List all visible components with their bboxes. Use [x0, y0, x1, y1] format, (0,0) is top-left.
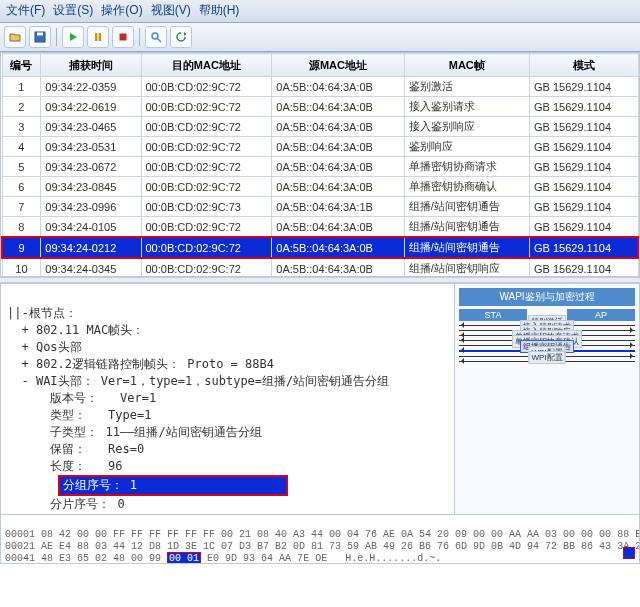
- table-row[interactable]: 909:34:24-021200:0B:CD:02:9C:720A:5B::04…: [2, 237, 638, 258]
- refresh-icon[interactable]: [170, 26, 192, 48]
- tree-wai[interactable]: - WAI头部： Ver=1，type=1，subtype=组播/站间密钥通告分…: [21, 374, 389, 388]
- table-row[interactable]: 209:34:22-061900:0B:CD:02:9C:720A:5B::04…: [2, 97, 638, 117]
- tree-len[interactable]: 长度： 96: [21, 459, 122, 473]
- cell-no: 10: [2, 258, 41, 277]
- tree-frag[interactable]: 分片序号： 0: [21, 497, 124, 511]
- cell-src: 0A:5B::04:64:3A:0B: [272, 237, 404, 258]
- cell-frame: 组播/站间密钥通告: [404, 217, 529, 238]
- cell-time: 09:34:23-0996: [41, 197, 141, 217]
- cell-mode: GB 15629.1104: [529, 197, 638, 217]
- find-icon[interactable]: [145, 26, 167, 48]
- cell-dst: 00:0B:CD:02:9C:72: [141, 137, 272, 157]
- cell-src: 0A:5B::04:64:3A:1B: [272, 197, 404, 217]
- cell-src: 0A:5B::04:64:3A:0B: [272, 217, 404, 238]
- col-frame[interactable]: MAC帧: [404, 54, 529, 77]
- hex-ascii-3: H.e.H.......d.~.: [345, 553, 441, 564]
- cell-dst: 00:0B:CD:02:9C:72: [141, 117, 272, 137]
- wapi-diagram: WAPI鉴别与加密过程 STA AP 鉴别激活接入鉴别请求接入鉴别响应单播密钥协…: [454, 284, 639, 514]
- open-icon[interactable]: [4, 26, 26, 48]
- cell-src: 0A:5B::04:64:3A:0B: [272, 117, 404, 137]
- cell-dst: 00:0B:CD:02:9C:73: [141, 197, 272, 217]
- hex-bytes-3c: E0 9D 93 64 AA 7E OE: [207, 553, 327, 564]
- cell-time: 09:34:23-0672: [41, 157, 141, 177]
- tree-qos[interactable]: + Qos头部: [21, 340, 81, 354]
- col-mode[interactable]: 模式: [529, 54, 638, 77]
- cell-no: 2: [2, 97, 41, 117]
- table-row[interactable]: 309:34:23-046500:0B:CD:02:9C:720A:5B::04…: [2, 117, 638, 137]
- tree-res[interactable]: 保留： Res=0: [21, 442, 144, 456]
- packet-table-container[interactable]: 编号 捕获时间 目的MAC地址 源MAC地址 MAC帧 模式 109:34:22…: [0, 52, 640, 277]
- cell-time: 09:34:22-0619: [41, 97, 141, 117]
- hex-off-3: 00041: [5, 553, 35, 564]
- svg-rect-3: [95, 33, 97, 41]
- table-row[interactable]: 709:34:23-099600:0B:CD:02:9C:730A:5B::04…: [2, 197, 638, 217]
- table-row[interactable]: 109:34:22-035900:0B:CD:02:9C:720A:5B::04…: [2, 77, 638, 97]
- col-src[interactable]: 源MAC地址: [272, 54, 404, 77]
- cell-frame: 单播密钥协商请求: [404, 157, 529, 177]
- menu-help[interactable]: 帮助(H): [199, 2, 240, 20]
- cell-mode: GB 15629.1104: [529, 137, 638, 157]
- cell-dst: 00:0B:CD:02:9C:72: [141, 217, 272, 238]
- menubar: 文件(F) 设置(S) 操作(O) 视图(V) 帮助(H): [0, 0, 640, 23]
- menu-set[interactable]: 设置(S): [53, 2, 93, 20]
- svg-marker-8: [184, 32, 187, 36]
- tree-ver[interactable]: 版本号： Ver=1: [21, 391, 156, 405]
- cell-dst: 00:0B:CD:02:9C:72: [141, 77, 272, 97]
- save-icon[interactable]: [29, 26, 51, 48]
- toolbar-separator: [56, 28, 57, 46]
- hex-off-1: 00001: [5, 529, 35, 540]
- detail-area: ||-根节点： + 802.11 MAC帧头： + Qos头部 + 802.2逻…: [0, 283, 640, 515]
- protocol-tree[interactable]: ||-根节点： + 802.11 MAC帧头： + Qos头部 + 802.2逻…: [1, 284, 454, 514]
- toolbar-separator: [139, 28, 140, 46]
- cell-time: 09:34:24-0212: [41, 237, 141, 258]
- table-row[interactable]: 509:34:23-067200:0B:CD:02:9C:720A:5B::04…: [2, 157, 638, 177]
- col-dst[interactable]: 目的MAC地址: [141, 54, 272, 77]
- cell-time: 09:34:23-0465: [41, 117, 141, 137]
- tree-type[interactable]: 类型： Type=1: [21, 408, 151, 422]
- col-no[interactable]: 编号: [2, 54, 41, 77]
- cell-no: 8: [2, 217, 41, 238]
- toolbar: [0, 23, 640, 52]
- hex-selected-ascii-mark: [623, 547, 635, 559]
- menu-view[interactable]: 视图(V): [151, 2, 191, 20]
- hex-pane[interactable]: 00001 08 42 00 00 FF FF FF FF FF FF 00 2…: [0, 515, 640, 564]
- cell-time: 09:34:23-0845: [41, 177, 141, 197]
- table-row[interactable]: 609:34:23-084500:0B:CD:02:9C:720A:5B::04…: [2, 177, 638, 197]
- svg-rect-5: [120, 34, 127, 41]
- svg-point-6: [152, 33, 158, 39]
- cell-mode: GB 15629.1104: [529, 97, 638, 117]
- cell-dst: 00:0B:CD:02:9C:72: [141, 258, 272, 277]
- cell-src: 0A:5B::04:64:3A:0B: [272, 258, 404, 277]
- stop-icon[interactable]: [112, 26, 134, 48]
- menu-op[interactable]: 操作(O): [101, 2, 142, 20]
- cell-src: 0A:5B::04:64:3A:0B: [272, 77, 404, 97]
- hex-bytes-3a: 48 E3 65 02 48 00 99: [41, 553, 161, 564]
- svg-rect-4: [99, 33, 101, 41]
- tree-llc[interactable]: + 802.2逻辑链路控制帧头： Proto = 88B4: [21, 357, 274, 371]
- table-header-row: 编号 捕获时间 目的MAC地址 源MAC地址 MAC帧 模式: [2, 54, 638, 77]
- cell-no: 3: [2, 117, 41, 137]
- start-icon[interactable]: [62, 26, 84, 48]
- cell-mode: GB 15629.1104: [529, 117, 638, 137]
- cell-mode: GB 15629.1104: [529, 217, 638, 238]
- cell-frame: 组播/站间密钥通告: [404, 197, 529, 217]
- menu-file[interactable]: 文件(F): [6, 2, 45, 20]
- tree-subtype[interactable]: 子类型： 11——组播/站间密钥通告分组: [21, 425, 261, 439]
- cell-src: 0A:5B::04:64:3A:0B: [272, 97, 404, 117]
- tree-seq-selected[interactable]: 分组序号： 1: [58, 475, 288, 496]
- cell-frame: 单播密钥协商确认: [404, 177, 529, 197]
- cell-dst: 00:0B:CD:02:9C:72: [141, 177, 272, 197]
- tree-root[interactable]: ||-根节点：: [7, 306, 77, 320]
- table-row[interactable]: 409:34:23-053100:0B:CD:02:9C:720A:5B::04…: [2, 137, 638, 157]
- svg-marker-2: [70, 33, 77, 41]
- cell-mode: GB 15629.1104: [529, 237, 638, 258]
- cell-dst: 00:0B:CD:02:9C:72: [141, 97, 272, 117]
- table-row[interactable]: 1009:34:24-034500:0B:CD:02:9C:720A:5B::0…: [2, 258, 638, 277]
- pause-icon[interactable]: [87, 26, 109, 48]
- diagram-ap: AP: [567, 309, 635, 321]
- col-time[interactable]: 捕获时间: [41, 54, 141, 77]
- cell-mode: GB 15629.1104: [529, 177, 638, 197]
- table-row[interactable]: 809:34:24-010500:0B:CD:02:9C:720A:5B::04…: [2, 217, 638, 238]
- tree-80211[interactable]: + 802.11 MAC帧头：: [21, 323, 144, 337]
- cell-time: 09:34:24-0345: [41, 258, 141, 277]
